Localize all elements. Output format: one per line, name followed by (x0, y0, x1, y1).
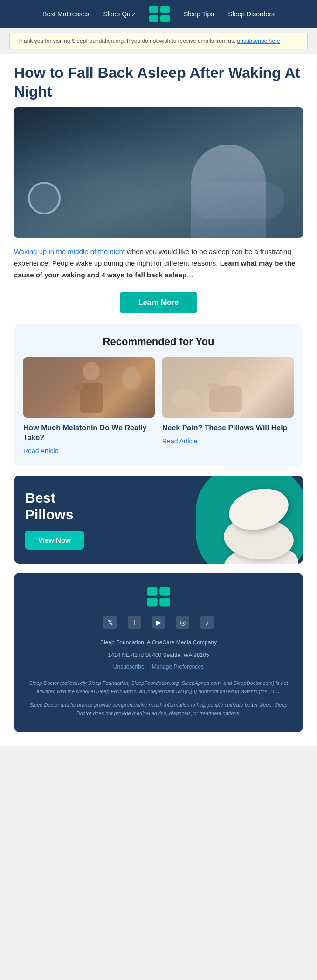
nav-sleep-disorders[interactable]: Sleep Disorders (228, 10, 275, 18)
svg-rect-13 (159, 598, 170, 606)
svg-rect-8 (209, 386, 242, 412)
pillows-banner-title: BestPillows (25, 490, 84, 523)
footer-legal-2: Sleep Doctor and its brands provide comp… (25, 701, 292, 718)
learn-more-button[interactable]: Learn More (120, 292, 197, 313)
footer-logo (25, 587, 292, 607)
pillows-banner-image (182, 476, 303, 564)
nav-sleep-tips[interactable]: Sleep Tips (184, 10, 214, 18)
neck-pain-image-bg (162, 357, 294, 418)
rec-card-neck-pain-title: Neck Pain? These Pillows Will Help (162, 423, 294, 433)
main-content: How to Fall Back Asleep After Waking At … (0, 54, 317, 746)
svg-rect-10 (147, 587, 158, 595)
svg-rect-0 (149, 6, 158, 13)
instagram-icon[interactable]: ◎ (176, 616, 189, 629)
recommended-cards: How Much Melatonin Do We Really Take? Re… (23, 357, 294, 455)
pillows-banner: BestPillows View Now (14, 476, 303, 564)
footer-manage-prefs-link[interactable]: Manage Preferences (152, 663, 204, 672)
footer-links: Unsubscribe | Manage Preferences (25, 663, 292, 672)
article-title: How to Fall Back Asleep After Waking At … (14, 54, 303, 107)
svg-point-4 (83, 362, 100, 380)
intro-ellipsis: … (186, 271, 193, 279)
footer-address: 1414 NE 42nd St 400 Seattle, WA 98105 (25, 651, 292, 660)
rec-card-melatonin: How Much Melatonin Do We Really Take? Re… (23, 357, 155, 455)
footer-unsubscribe-link[interactable]: Unsubscribe (113, 663, 145, 672)
footer-divider: | (147, 663, 149, 672)
email-banner-text: Thank you for visiting SleepFoundation.o… (17, 38, 235, 44)
footer: 𝕏 f ▶ ◎ ♪ Sleep Foundation, A OneCare Me… (14, 573, 303, 732)
rec-card-neck-pain-image (162, 357, 294, 418)
svg-rect-11 (159, 587, 170, 595)
svg-rect-1 (160, 6, 170, 13)
rec-card-neck-pain-link[interactable]: Read Article (162, 437, 197, 445)
melatonin-image-bg (23, 357, 155, 418)
youtube-icon[interactable]: ▶ (152, 616, 165, 629)
article-intro: Waking up in the middle of the night whe… (14, 246, 303, 281)
rec-card-neck-pain: Neck Pain? These Pillows Will Help Read … (162, 357, 294, 455)
rec-card-melatonin-link[interactable]: Read Article (23, 447, 58, 455)
hero-image (14, 107, 303, 238)
clock-decoration (28, 182, 61, 214)
nav-best-mattresses[interactable]: Best Mattresses (42, 10, 89, 18)
site-logo[interactable] (149, 6, 170, 22)
person-decoration (191, 145, 266, 238)
twitter-icon[interactable]: 𝕏 (103, 616, 117, 629)
recommended-title: Recommended for You (23, 336, 294, 348)
view-now-button[interactable]: View Now (25, 531, 84, 550)
unsubscribe-link-banner[interactable]: unsubscribe here (237, 38, 280, 44)
recommended-section: Recommended for You How Much Melatonin D… (14, 324, 303, 466)
svg-rect-12 (147, 598, 158, 606)
rec-card-melatonin-image (23, 357, 155, 418)
email-banner: Thank you for visiting SleepFoundation.o… (9, 33, 308, 49)
tiktok-icon[interactable]: ♪ (200, 616, 214, 629)
svg-rect-3 (160, 15, 170, 22)
svg-point-7 (226, 370, 244, 386)
nav-sleep-quiz[interactable]: Sleep Quiz (103, 10, 135, 18)
navigation: Best Mattresses Sleep Quiz Sleep Tips Sl… (0, 0, 317, 28)
svg-rect-2 (149, 15, 158, 22)
facebook-icon[interactable]: f (128, 616, 141, 629)
footer-social-links: 𝕏 f ▶ ◎ ♪ (25, 616, 292, 629)
waking-up-link[interactable]: Waking up in the middle of the night (14, 248, 125, 255)
footer-company: Sleep Foundation, A OneCare Media Compan… (25, 638, 292, 647)
rec-card-melatonin-title: How Much Melatonin Do We Really Take? (23, 423, 155, 443)
footer-legal-1: Sleep Doctor (collectively Sleep Foundat… (25, 679, 292, 696)
pillows-banner-content: BestPillows View Now (25, 490, 84, 550)
svg-point-9 (207, 383, 221, 390)
